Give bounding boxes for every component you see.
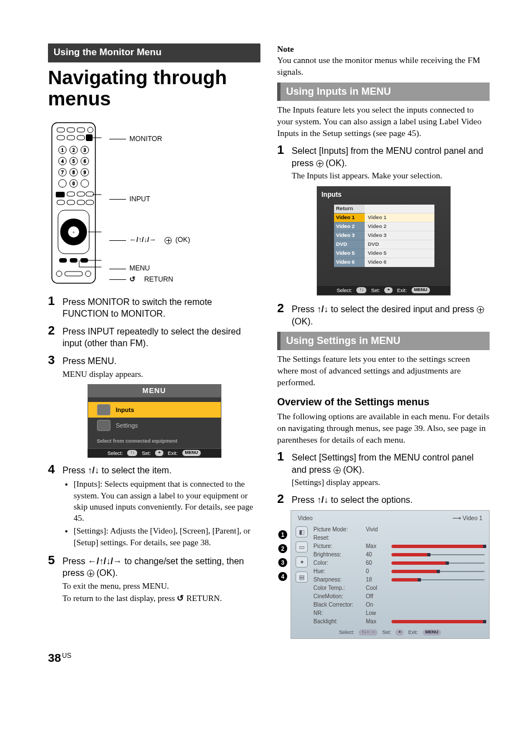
svg-rect-6 bbox=[67, 135, 75, 140]
updown-icon bbox=[88, 466, 99, 475]
step-num: 5 bbox=[48, 554, 58, 604]
cell: Video 3 bbox=[334, 231, 365, 240]
page-number: 38 bbox=[48, 651, 61, 664]
ok-icon bbox=[333, 467, 341, 474]
svg-text:+: + bbox=[72, 229, 75, 235]
setting-key: Backlight: bbox=[313, 618, 362, 626]
svg-text:8: 8 bbox=[72, 170, 75, 175]
settings-row[interactable]: Color:60 bbox=[313, 559, 485, 567]
footer-select: Select: bbox=[108, 450, 123, 457]
page-footer: 38US bbox=[48, 650, 490, 666]
table-row[interactable]: Return bbox=[334, 205, 434, 214]
table-row[interactable]: Video 5Video 5 bbox=[334, 249, 434, 258]
svg-text:5: 5 bbox=[72, 159, 75, 164]
cell: Video 2 bbox=[365, 222, 434, 231]
svg-text:2: 2 bbox=[72, 148, 75, 153]
settings-row[interactable]: NR:Low bbox=[313, 609, 485, 617]
slider[interactable] bbox=[391, 620, 485, 623]
table-row[interactable]: Video 3Video 3 bbox=[334, 231, 434, 240]
icon-setup[interactable]: ▤ bbox=[296, 571, 308, 583]
settings-row[interactable]: Color Temp.:Cool bbox=[313, 584, 485, 592]
callout-4: 4 bbox=[278, 572, 287, 581]
updown-icon: ↑↓ bbox=[127, 450, 137, 456]
step-num: 2 bbox=[277, 302, 287, 327]
settings-row[interactable]: Sharpness:18 bbox=[313, 575, 485, 584]
svg-rect-8 bbox=[86, 134, 93, 141]
overview-heading: Overview of the Settings menus bbox=[277, 395, 490, 409]
slider[interactable] bbox=[391, 570, 485, 573]
step-num: 1 bbox=[277, 144, 287, 181]
callout-2: 2 bbox=[278, 544, 287, 553]
settings-row[interactable]: Black Corrector:On bbox=[313, 600, 485, 609]
svg-rect-32 bbox=[67, 192, 75, 196]
table-row[interactable]: Video 1Video 1 bbox=[334, 214, 434, 222]
return-icon: ↺ bbox=[129, 276, 136, 284]
setting-key: NR: bbox=[313, 609, 362, 617]
step-sub: MENU display appears. bbox=[62, 369, 260, 380]
svg-text:6: 6 bbox=[84, 159, 86, 164]
settings-row[interactable]: Brightness:40 bbox=[313, 550, 485, 559]
step-num: 1 bbox=[277, 450, 287, 488]
settings-icon bbox=[97, 420, 110, 431]
slider[interactable] bbox=[391, 553, 485, 556]
slider[interactable] bbox=[391, 561, 485, 565]
inputs-table: Return Video 1Video 1 Video 2Video 2 Vid… bbox=[334, 205, 434, 267]
cell: Video 6 bbox=[365, 258, 434, 267]
step-1: 1 Press MONITOR to switch the remote FUN… bbox=[48, 295, 260, 320]
step-text: Press MONITOR to switch the remote FUNCT… bbox=[62, 296, 260, 320]
setting-value: Max bbox=[366, 542, 388, 550]
inputs-step-1: 1 Select [Inputs] from the MENU control … bbox=[277, 144, 490, 181]
icon-picture[interactable]: ◧ bbox=[296, 526, 308, 537]
step-num: 2 bbox=[48, 324, 58, 350]
menu-chip: MENU bbox=[423, 629, 442, 636]
inputs-header: Inputs bbox=[317, 187, 450, 205]
page-suffix: US bbox=[62, 652, 71, 660]
plus-icon: + bbox=[384, 287, 393, 293]
settings-row[interactable]: Hue:0 bbox=[313, 567, 485, 575]
remote-svg: 1 2 3 4 5 6 7 8 9 0 bbox=[51, 122, 101, 284]
table-row[interactable]: Video 6Video 6 bbox=[334, 258, 434, 267]
step-num: 3 bbox=[48, 354, 58, 380]
settings-row[interactable]: Picture:Max bbox=[313, 542, 485, 550]
setting-value: Cool bbox=[366, 584, 388, 592]
settings-row[interactable]: Backlight:Max bbox=[313, 617, 485, 626]
svg-point-46 bbox=[56, 271, 62, 277]
cell: Video 5 bbox=[365, 249, 434, 258]
icon-screen[interactable]: ▭ bbox=[296, 541, 308, 553]
slider[interactable] bbox=[391, 545, 485, 548]
setting-value: 40 bbox=[366, 551, 388, 559]
cell: Video 6 bbox=[334, 258, 365, 267]
svg-point-27 bbox=[59, 180, 66, 187]
arrows-icon bbox=[129, 236, 156, 244]
footer-set: Set: bbox=[371, 287, 380, 294]
table-row[interactable]: Video 2Video 2 bbox=[334, 222, 434, 231]
svg-rect-36 bbox=[67, 200, 75, 205]
svg-rect-45 bbox=[80, 258, 88, 263]
settings-row[interactable]: CineMotion:Off bbox=[313, 592, 485, 600]
step-text: Press to select the options. bbox=[292, 494, 490, 506]
step-2: 2 Press INPUT repeatedly to select the d… bbox=[48, 324, 260, 350]
step-3: 3 Press MENU. MENU display appears. bbox=[48, 354, 260, 380]
step-text: Press to select the desired input and pr… bbox=[292, 303, 490, 327]
settings-row[interactable]: Picture Mode:Vivid bbox=[313, 525, 485, 534]
video-screen: Video ⟶ Video 1 ◧ ▭ ✦ ▤ Picture Mode:Viv… bbox=[291, 510, 490, 638]
cell: Video 1 bbox=[334, 214, 365, 222]
cell bbox=[365, 205, 434, 214]
menu-footer: Select:↑↓ Set:+ Exit:MENU bbox=[88, 449, 221, 458]
svg-text:4: 4 bbox=[61, 159, 64, 164]
step-num: 2 bbox=[277, 493, 287, 506]
slider[interactable] bbox=[391, 578, 485, 581]
cell: Video 5 bbox=[334, 249, 365, 258]
settings-row[interactable]: Reset: bbox=[313, 534, 485, 542]
menu-inputs[interactable]: Inputs bbox=[88, 402, 221, 418]
svg-text:9: 9 bbox=[84, 170, 86, 175]
footer-select: Select: bbox=[337, 287, 352, 294]
table-row[interactable]: DVDDVD bbox=[334, 240, 434, 249]
step-text: Select [Inputs] from the MENU control pa… bbox=[292, 145, 490, 169]
step-text: Press to change/set the setting, then pr… bbox=[62, 555, 260, 579]
settings-step-2: 2 Press to select the options. bbox=[277, 493, 490, 506]
video-source-label: Video 1 bbox=[463, 515, 482, 521]
section-bar: Using the Monitor Menu bbox=[48, 43, 260, 62]
menu-settings[interactable]: Settings bbox=[88, 418, 221, 433]
icon-parent[interactable]: ✦ bbox=[296, 556, 308, 568]
